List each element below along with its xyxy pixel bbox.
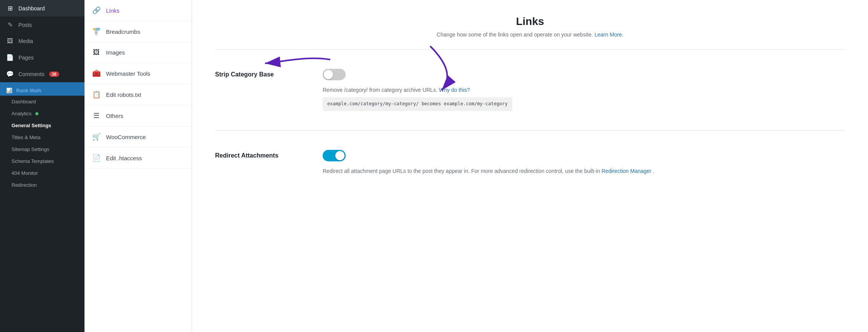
section-divider	[215, 49, 845, 50]
strip-category-desc: Remove /category/ from category archive …	[323, 86, 845, 111]
redirect-attachments-content: Redirect all attachment page URLs to the…	[323, 150, 845, 175]
sidebar-item-posts[interactable]: ✎ Posts	[0, 17, 84, 33]
subnav-others[interactable]: ☰ Others	[84, 105, 192, 126]
sidebar-item-label: Media	[18, 38, 33, 44]
strip-category-content: Remove /category/ from category archive …	[323, 69, 845, 111]
main-area: 🔗 Links 🚏 Breadcrumbs 🖼 Images 🧰 Webmast…	[84, 0, 868, 332]
media-icon: 🖼	[6, 38, 14, 45]
comments-badge: 38	[49, 71, 59, 77]
sidebar-sub-sitemap[interactable]: Sitemap Settings	[0, 143, 84, 155]
sub-navigation: 🔗 Links 🚏 Breadcrumbs 🖼 Images 🧰 Webmast…	[84, 0, 192, 332]
sidebar-sub-404[interactable]: 404 Monitor	[0, 167, 84, 179]
sidebar-sub-titles-meta[interactable]: Titles & Meta	[0, 131, 84, 143]
others-icon: ☰	[92, 111, 101, 120]
redirect-attachments-desc: Redirect all attachment page URLs to the…	[323, 167, 845, 175]
subnav-images-label: Images	[106, 49, 125, 56]
sidebar-item-pages[interactable]: 📄 Pages	[0, 49, 84, 66]
learn-more-link[interactable]: Learn More	[595, 32, 622, 38]
subnav-breadcrumbs-label: Breadcrumbs	[106, 28, 140, 35]
webmaster-icon: 🧰	[92, 69, 101, 78]
strip-category-base-setting: Strip Category Base Remove /category/ fr…	[215, 61, 845, 119]
breadcrumbs-icon: 🚏	[92, 27, 101, 36]
page-title: Links	[215, 15, 845, 28]
subnav-htaccess[interactable]: 📄 Edit .htaccess	[84, 148, 192, 169]
subnav-webmaster[interactable]: 🧰 Webmaster Tools	[84, 63, 192, 84]
page-subtitle: Change how some of the links open and op…	[215, 32, 845, 38]
dashboard-icon: ⊞	[6, 5, 14, 12]
posts-icon: ✎	[6, 21, 14, 28]
content-area: Links Change how some of the links open …	[192, 0, 868, 332]
sidebar-item-label: Pages	[18, 55, 34, 61]
sidebar: ⊞ Dashboard ✎ Posts 🖼 Media 📄 Pages 💬 Co…	[0, 0, 84, 332]
sidebar-sub-dashboard[interactable]: Dashboard	[0, 96, 84, 108]
sidebar-item-rankmath[interactable]: 📊 Rank Math	[0, 82, 84, 96]
subnav-breadcrumbs[interactable]: 🚏 Breadcrumbs	[84, 21, 192, 42]
links-icon: 🔗	[92, 6, 101, 15]
sidebar-item-comments[interactable]: 💬 Comments 38	[0, 66, 84, 82]
strip-category-label: Strip Category Base	[215, 69, 307, 78]
analytics-online-dot	[35, 112, 38, 115]
toggle-knob	[324, 70, 333, 79]
redirect-attachments-label: Redirect Attachments	[215, 150, 307, 159]
subnav-htaccess-label: Edit .htaccess	[106, 155, 142, 161]
sidebar-sub-general-settings[interactable]: General Settings	[0, 120, 84, 131]
code-example: example.com/category/my-category/ become…	[323, 97, 512, 111]
subnav-images[interactable]: 🖼 Images	[84, 42, 192, 63]
subnav-robots-label: Edit robots.txt	[106, 91, 141, 98]
subnav-woocommerce-label: WooCommerce	[106, 134, 146, 140]
subnav-links-label: Links	[106, 7, 119, 14]
woocommerce-icon: 🛒	[92, 133, 101, 141]
subnav-robots[interactable]: 📋 Edit robots.txt	[84, 84, 192, 105]
strip-category-toggle[interactable]	[323, 69, 346, 80]
subnav-links[interactable]: 🔗 Links	[84, 0, 192, 21]
redirection-manager-link[interactable]: Redirection Manager	[601, 168, 651, 174]
sidebar-sub-redirection[interactable]: Redirection	[0, 179, 84, 191]
toggle-knob-2	[335, 151, 345, 160]
sidebar-item-media[interactable]: 🖼 Media	[0, 33, 84, 49]
sidebar-item-label: Posts	[18, 22, 32, 28]
rankmath-label: Rank Math	[16, 88, 41, 93]
redirect-attachments-setting: Redirect Attachments Redirect all attach…	[215, 142, 845, 183]
sidebar-item-label: Dashboard	[18, 5, 45, 12]
comments-icon: 💬	[6, 70, 14, 78]
sidebar-item-dashboard[interactable]: ⊞ Dashboard	[0, 0, 84, 17]
htaccess-icon: 📄	[92, 154, 101, 162]
images-icon: 🖼	[92, 48, 101, 56]
robots-icon: 📋	[92, 90, 101, 99]
subnav-woocommerce[interactable]: 🛒 WooCommerce	[84, 126, 192, 148]
redirect-attachments-toggle[interactable]	[323, 150, 346, 161]
sidebar-sub-analytics[interactable]: Analytics	[0, 108, 84, 120]
why-do-this-link[interactable]: Why do this?	[439, 87, 470, 93]
rankmath-icon: 📊	[6, 88, 12, 93]
section-divider-2	[215, 130, 845, 131]
subnav-others-label: Others	[106, 113, 123, 119]
sidebar-sub-schema[interactable]: Schema Templates	[0, 155, 84, 167]
sidebar-item-label: Comments	[18, 71, 45, 77]
pages-icon: 📄	[6, 54, 14, 61]
subnav-webmaster-label: Webmaster Tools	[106, 70, 150, 77]
